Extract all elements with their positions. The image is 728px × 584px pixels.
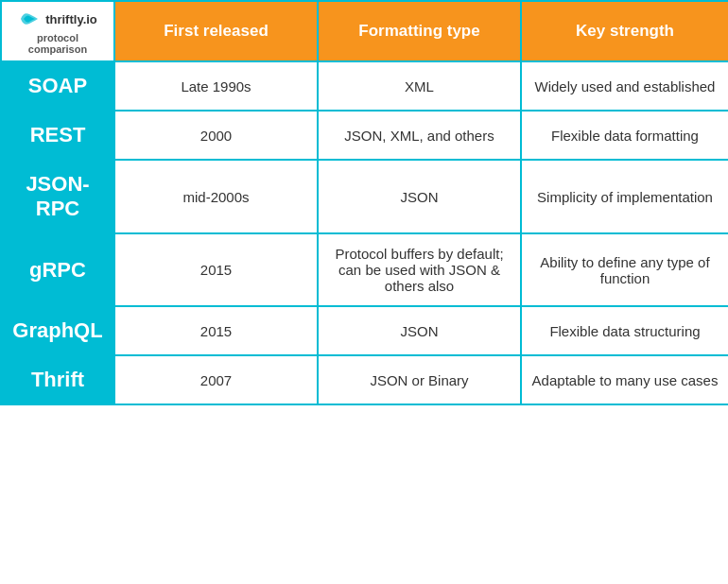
released-value: 2000 bbox=[114, 111, 318, 160]
strength-value: Widely used and established bbox=[521, 61, 728, 111]
protocol-name: REST bbox=[1, 111, 114, 160]
released-value: Late 1990s bbox=[114, 61, 318, 111]
format-value: XML bbox=[318, 61, 521, 111]
protocol-name: SOAP bbox=[1, 61, 114, 111]
strength-value: Ability to define any type of function bbox=[521, 233, 728, 306]
header-format: Formatting type bbox=[318, 1, 521, 61]
brand-name: thriftly.io bbox=[45, 12, 97, 26]
header-strength: Key strength bbox=[521, 1, 728, 61]
logo-container: thriftly.io protocol comparison bbox=[8, 8, 108, 55]
strength-value: Simplicity of implementation bbox=[521, 160, 728, 233]
logo-top: thriftly.io bbox=[18, 8, 97, 30]
format-value: Protocol buffers by default; can be used… bbox=[318, 233, 521, 306]
table-row: REST2000JSON, XML, and othersFlexible da… bbox=[1, 111, 728, 160]
strength-value: Flexible data formatting bbox=[521, 111, 728, 160]
format-value: JSON bbox=[318, 306, 521, 355]
protocol-name: gRPC bbox=[1, 233, 114, 306]
logo-subtitle: protocol comparison bbox=[8, 32, 108, 55]
protocol-name: GraphQL bbox=[1, 306, 114, 355]
strength-value: Adaptable to many use cases bbox=[521, 355, 728, 404]
strength-value: Flexible data structuring bbox=[521, 306, 728, 355]
released-value: mid-2000s bbox=[114, 160, 318, 233]
table-row: SOAPLate 1990sXMLWidely used and establi… bbox=[1, 61, 728, 111]
logo-cell: thriftly.io protocol comparison bbox=[1, 1, 114, 61]
logo-icon bbox=[18, 8, 41, 30]
format-value: JSON or Binary bbox=[318, 355, 521, 404]
format-value: JSON, XML, and others bbox=[318, 111, 521, 160]
released-value: 2007 bbox=[114, 355, 318, 404]
format-value: JSON bbox=[318, 160, 521, 233]
table-row: GraphQL2015JSONFlexible data structuring bbox=[1, 306, 728, 355]
released-value: 2015 bbox=[114, 233, 318, 306]
protocol-name: JSON-RPC bbox=[1, 160, 114, 233]
table-row: gRPC2015Protocol buffers by default; can… bbox=[1, 233, 728, 306]
released-value: 2015 bbox=[114, 306, 318, 355]
protocol-name: Thrift bbox=[1, 355, 114, 404]
table-row: JSON-RPCmid-2000sJSONSimplicity of imple… bbox=[1, 160, 728, 233]
header-released: First released bbox=[114, 1, 318, 61]
table-row: Thrift2007JSON or BinaryAdaptable to man… bbox=[1, 355, 728, 404]
comparison-table: thriftly.io protocol comparison First re… bbox=[0, 0, 728, 405]
